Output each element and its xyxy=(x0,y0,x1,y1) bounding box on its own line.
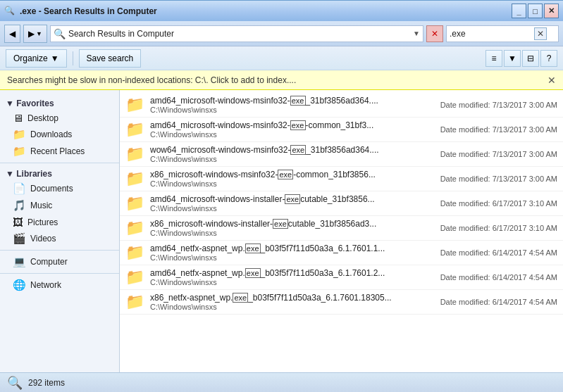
view-dropdown-button[interactable]: ▼ xyxy=(504,50,521,67)
table-row[interactable]: 📁amd64_microsoft-windows-msinfo32-exe-co… xyxy=(120,118,563,142)
sidebar-item-label: Videos xyxy=(30,234,56,244)
file-info: amd64_netfx-aspnet_wp.exe_b03f5f7f11d50a… xyxy=(150,268,435,286)
back-icon: ◀ xyxy=(9,29,16,39)
sidebar-item-label: Downloads xyxy=(30,129,72,139)
sidebar-item-desktop[interactable]: 🖥 Desktop xyxy=(0,110,119,126)
file-path: C:\Windows\winsxs xyxy=(150,130,435,139)
table-row[interactable]: 📁x86_microsoft-windows-installer-executa… xyxy=(120,216,563,241)
view-dropdown-icon: ▼ xyxy=(508,53,516,63)
libraries-label: Libraries xyxy=(16,169,52,179)
table-row[interactable]: 📁wow64_microsoft-windows-msinfo32-exe_31… xyxy=(120,142,563,167)
table-row[interactable]: 📁amd64_netfx-aspnet_wp.exe_b03f5f7f11d50… xyxy=(120,241,563,265)
folder-icon: 📁 xyxy=(125,145,144,163)
title-bar: 🔍 .exe - Search Results in Computer _ □ … xyxy=(0,0,563,21)
file-name: wow64_microsoft-windows-msinfo32-exe_31b… xyxy=(150,145,435,155)
sidebar-item-network[interactable]: 🌐 Network xyxy=(0,277,119,293)
help-icon: ? xyxy=(547,53,552,63)
file-info: amd64_microsoft-windows-msinfo32-exe_31b… xyxy=(150,96,435,114)
address-dropdown-icon[interactable]: ▼ xyxy=(413,30,420,37)
folder-icon: 📁 xyxy=(125,293,144,311)
file-info: amd64_netfx-aspnet_wp.exe_b03f5f7f11d50a… xyxy=(150,244,435,262)
forward-button[interactable]: ▶ ▼ xyxy=(23,25,47,43)
title-buttons: _ □ ✕ xyxy=(512,4,559,18)
favorites-header[interactable]: ▼ Favorites xyxy=(0,96,119,110)
exe-highlight: exe xyxy=(290,96,306,106)
file-path: C:\Windows\winsxs xyxy=(150,303,435,311)
sidebar-item-label: Computer xyxy=(30,257,68,267)
table-row[interactable]: 📁amd64_microsoft-windows-msinfo32-exe_31… xyxy=(120,93,563,118)
search-clear-button[interactable]: ✕ xyxy=(534,27,547,40)
favorites-section: ▼ Favorites 🖥 Desktop 📁 Downloads 📁 Rece… xyxy=(0,96,119,160)
minimize-button[interactable]: _ xyxy=(512,4,526,18)
organize-arrow-icon: ▼ xyxy=(51,53,59,63)
file-list: 📁amd64_microsoft-windows-msinfo32-exe_31… xyxy=(120,90,563,372)
file-path: C:\Windows\winsxs xyxy=(150,155,435,163)
file-name: amd64_microsoft-windows-installer-execut… xyxy=(150,194,435,204)
cancel-search-button[interactable]: ✕ xyxy=(426,25,443,42)
sidebar-item-label: Network xyxy=(30,280,61,290)
sidebar-item-documents[interactable]: 📄 Documents xyxy=(0,180,119,197)
file-name: amd64_netfx-aspnet_wp.exe_b03f5f7f11d50a… xyxy=(150,268,435,278)
file-path: C:\Windows\winsxs xyxy=(150,253,435,262)
view-tiles-icon: ⊟ xyxy=(527,53,534,63)
file-date: Date modified: 6/17/2017 3:10 AM xyxy=(440,199,557,208)
warning-text[interactable]: Searches might be slow in non-indexed lo… xyxy=(7,75,296,85)
toolbar-separator xyxy=(73,51,73,65)
file-date: Date modified: 6/14/2017 4:54 AM xyxy=(440,248,557,257)
view-tiles-button[interactable]: ⊟ xyxy=(522,50,539,67)
organize-button[interactable]: Organize ▼ xyxy=(6,49,67,68)
libraries-header[interactable]: ▼ Libraries xyxy=(0,166,119,180)
sidebar-item-label: Desktop xyxy=(27,113,58,123)
sidebar-item-label: Pictures xyxy=(27,217,58,227)
documents-icon: 📄 xyxy=(13,182,26,195)
title-bar-left: 🔍 .exe - Search Results in Computer xyxy=(4,6,157,17)
close-button[interactable]: ✕ xyxy=(544,4,559,18)
sidebar: ▼ Favorites 🖥 Desktop 📁 Downloads 📁 Rece… xyxy=(0,90,120,372)
file-name: amd64_microsoft-windows-msinfo32-exe_31b… xyxy=(150,96,435,106)
cancel-icon: ✕ xyxy=(431,29,438,39)
table-row[interactable]: 📁amd64_microsoft-windows-installer-execu… xyxy=(120,191,563,216)
help-button[interactable]: ? xyxy=(540,50,557,67)
desktop-icon: 🖥 xyxy=(13,112,23,124)
file-date: Date modified: 7/13/2017 3:00 AM xyxy=(440,150,557,158)
libraries-collapse-icon: ▼ xyxy=(6,169,16,179)
sidebar-item-pictures[interactable]: 🖼 Pictures xyxy=(0,214,119,230)
sidebar-item-recent-places[interactable]: 📁 Recent Places xyxy=(0,143,119,160)
network-icon: 🌐 xyxy=(13,279,26,291)
sidebar-item-videos[interactable]: 🎬 Videos xyxy=(0,230,119,247)
search-input[interactable] xyxy=(450,29,534,39)
folder-icon: 📁 xyxy=(125,268,144,286)
downloads-icon: 📁 xyxy=(13,128,26,141)
folder-icon: 📁 xyxy=(125,219,144,237)
back-button[interactable]: ◀ xyxy=(4,25,20,43)
toolbar-right: ≡ ▼ ⊟ ? xyxy=(485,50,557,67)
save-search-button[interactable]: Save search xyxy=(79,49,142,68)
file-name: amd64_netfx-aspnet_wp.exe_b03f5f7f11d50a… xyxy=(150,244,435,253)
sidebar-item-computer[interactable]: 💻 Computer xyxy=(0,253,119,270)
file-path: C:\Windows\winsxs xyxy=(150,229,435,237)
sidebar-item-music[interactable]: 🎵 Music xyxy=(0,197,119,214)
window-icon: 🔍 xyxy=(4,6,16,17)
save-search-label: Save search xyxy=(87,53,134,63)
file-path: C:\Windows\winsxs xyxy=(150,179,435,188)
address-text: Search Results in Computer xyxy=(68,29,410,39)
file-info: x86_microsoft-windows-installer-executab… xyxy=(150,219,435,237)
file-path: C:\Windows\winsxs xyxy=(150,106,435,114)
exe-highlight: exe xyxy=(285,194,300,204)
file-date: Date modified: 7/13/2017 3:00 AM xyxy=(440,125,557,134)
forward-icon: ▶ xyxy=(28,29,35,39)
organize-label: Organize xyxy=(13,53,48,63)
status-search-icon: 🔍 xyxy=(7,375,23,391)
pictures-icon: 🖼 xyxy=(13,216,23,228)
file-date: Date modified: 7/13/2017 3:00 AM xyxy=(440,175,557,183)
sidebar-item-downloads[interactable]: 📁 Downloads xyxy=(0,126,119,143)
maximize-button[interactable]: □ xyxy=(528,4,543,18)
table-row[interactable]: 📁amd64_netfx-aspnet_wp.exe_b03f5f7f11d50… xyxy=(120,265,563,290)
search-wrap: ✕ xyxy=(446,25,559,42)
table-row[interactable]: 📁x86_microsoft-windows-msinfo32-exe-comm… xyxy=(120,167,563,191)
favorites-label: Favorites xyxy=(16,99,54,108)
table-row[interactable]: 📁x86_netfx-aspnet_wp.exe_b03f5f7f11d50a3… xyxy=(120,290,563,315)
view-details-button[interactable]: ≡ xyxy=(485,50,502,67)
warning-close-button[interactable]: ✕ xyxy=(547,75,556,86)
computer-section: 💻 Computer xyxy=(0,253,119,270)
